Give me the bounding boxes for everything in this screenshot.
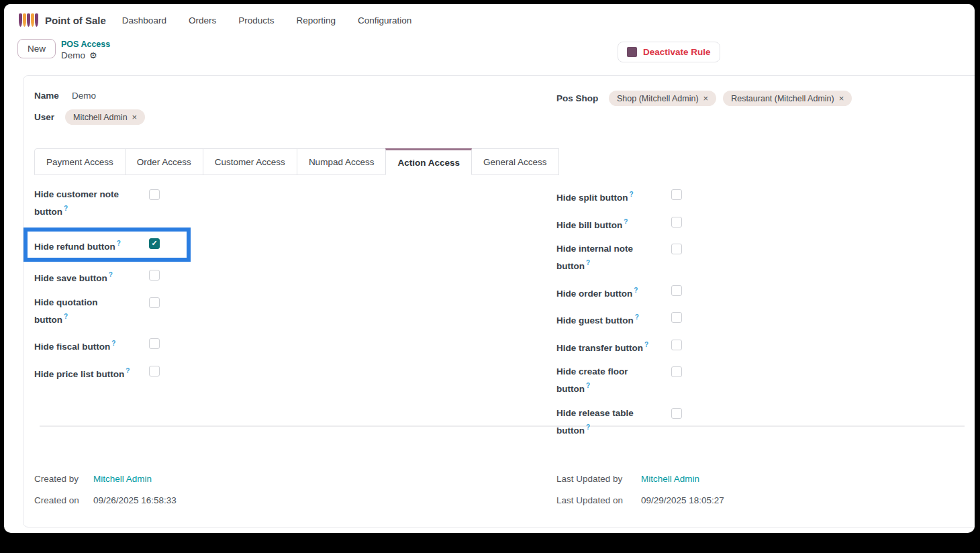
created-by-label: Created by [34, 474, 93, 484]
remove-tag-icon[interactable]: × [839, 93, 844, 103]
pos-shop-tag[interactable]: Restaurant (Mitchell Admin) × [723, 91, 852, 106]
created-by-link[interactable]: Mitchell Admin [93, 474, 152, 484]
user-label: User [34, 112, 65, 122]
option-label[interactable]: Hide guest button? [556, 310, 639, 328]
tab-payment-access[interactable]: Payment Access [34, 148, 126, 175]
deactivate-rule-button[interactable]: Deactivate Rule [618, 42, 720, 62]
logo-stripe [31, 13, 34, 27]
updated-by-row: Last Updated by Mitchell Admin [556, 474, 965, 484]
checkbox-hide-save[interactable]: ✓ [149, 270, 160, 281]
menu-dashboard[interactable]: Dashboard [122, 15, 166, 26]
checkbox-hide-guest[interactable]: ✓ [671, 312, 682, 323]
option-row-hide-quotation: Hide quotation button? ✓ [34, 295, 160, 327]
checkbox-hide-bill[interactable]: ✓ [671, 217, 682, 228]
help-icon[interactable]: ? [126, 367, 130, 374]
option-label[interactable]: Hide split button? [556, 187, 634, 205]
tab-numpad-access[interactable]: Numpad Access [297, 148, 387, 175]
checkbox-hide-transfer[interactable]: ✓ [671, 340, 682, 350]
checkbox-hide-customer-note[interactable]: ✓ [149, 189, 160, 200]
option-text: Hide price list button [34, 368, 124, 379]
checkbox-hide-refund[interactable]: ✓ [149, 238, 160, 249]
help-icon[interactable]: ? [586, 423, 590, 431]
new-button[interactable]: New [17, 39, 56, 58]
pos-shop-tag-label: Shop (Mitchell Admin) [617, 94, 699, 103]
checkbox-hide-split[interactable]: ✓ [671, 189, 682, 200]
checkbox-hide-create-floor[interactable]: ✓ [671, 366, 682, 377]
option-label[interactable]: Hide release table button? [556, 406, 650, 438]
checkbox-hide-fiscal[interactable]: ✓ [149, 338, 160, 349]
option-row-hide-transfer: Hide transfer button? ✓ [556, 338, 682, 355]
help-icon[interactable]: ? [644, 341, 648, 348]
menu-products[interactable]: Products [238, 15, 274, 26]
app-window: Point of Sale Dashboard Orders Products … [4, 4, 975, 533]
option-label[interactable]: Hide internal note button? [556, 242, 650, 273]
checkbox-hide-internal-note[interactable]: ✓ [671, 244, 682, 254]
help-icon[interactable]: ? [629, 191, 633, 198]
option-row-hide-order: Hide order button? ✓ [556, 283, 682, 301]
help-icon[interactable]: ? [117, 240, 121, 247]
option-label[interactable]: Hide quotation button? [34, 295, 128, 327]
option-label[interactable]: Hide transfer button? [556, 338, 648, 355]
name-value[interactable]: Demo [72, 91, 96, 101]
tab-order-access[interactable]: Order Access [125, 148, 203, 175]
remove-tag-icon[interactable]: × [703, 93, 709, 103]
menu-configuration[interactable]: Configuration [358, 15, 411, 26]
help-icon[interactable]: ? [586, 259, 590, 266]
deactivate-rule-label: Deactivate Rule [643, 47, 711, 57]
option-label[interactable]: Hide bill button? [556, 215, 628, 232]
updated-by-link[interactable]: Mitchell Admin [641, 474, 699, 484]
created-on-label: Created on [34, 495, 93, 505]
user-tag[interactable]: Mitchell Admin × [65, 109, 145, 125]
help-icon[interactable]: ? [586, 382, 590, 389]
option-label[interactable]: Hide save button? [34, 268, 113, 285]
option-label[interactable]: Hide fiscal button? [34, 336, 115, 354]
help-icon[interactable]: ? [634, 287, 638, 294]
tab-general-access[interactable]: General Access [471, 148, 559, 175]
menu-orders[interactable]: Orders [189, 15, 216, 26]
help-icon[interactable]: ? [624, 218, 628, 225]
help-icon[interactable]: ? [111, 340, 115, 347]
menu-reporting[interactable]: Reporting [296, 15, 336, 26]
option-label[interactable]: Hide order button? [556, 283, 638, 301]
option-label[interactable]: Hide create floor button? [556, 364, 650, 396]
updated-column: Last Updated by Mitchell Admin Last Upda… [556, 474, 965, 517]
checkbox-hide-release-table[interactable]: ✓ [671, 408, 682, 419]
remove-tag-icon[interactable]: × [132, 112, 138, 122]
option-label[interactable]: Hide refund button? [34, 236, 121, 254]
pos-shop-tag[interactable]: Shop (Mitchell Admin) × [609, 91, 716, 106]
breadcrumb-parent-link[interactable]: POS Access [61, 40, 110, 50]
option-row-hide-create-floor: Hide create floor button? ✓ [556, 364, 682, 396]
option-text: Hide split button [556, 193, 628, 203]
checkbox-hide-quotation[interactable]: ✓ [149, 297, 160, 308]
action-access-panel: Hide customer note button? ✓ Hide refund… [34, 175, 965, 425]
logo-stripe [27, 13, 30, 27]
pos-shop-label: Pos Shop [556, 93, 609, 103]
updated-on-label: Last Updated on [556, 495, 641, 505]
option-row-hide-price-list: Hide price list button? ✓ [34, 364, 160, 381]
tab-action-access[interactable]: Action Access [385, 148, 472, 175]
point-of-sale-app-icon[interactable] [19, 13, 38, 27]
checkbox-hide-order[interactable]: ✓ [671, 285, 682, 296]
option-row-hide-release-table: Hide release table button? ✓ [556, 406, 682, 438]
left-fields: Name Demo User Mitchell Admin × [34, 91, 556, 134]
control-panel: New POS Access Demo ⚙ Deactivate Rule [4, 36, 975, 75]
name-field-row: Name Demo [34, 91, 556, 101]
option-text: Hide internal note button [556, 244, 633, 271]
logo-stripe [23, 13, 26, 27]
help-icon[interactable]: ? [64, 205, 68, 212]
help-icon[interactable]: ? [64, 313, 68, 320]
help-icon[interactable]: ? [635, 313, 639, 321]
record-title: Demo [61, 50, 85, 62]
option-label[interactable]: Hide customer note button? [34, 187, 128, 219]
breadcrumb: POS Access Demo ⚙ [61, 39, 110, 62]
app-title[interactable]: Point of Sale [45, 15, 106, 26]
option-label[interactable]: Hide price list button? [34, 364, 130, 381]
option-row-hide-fiscal: Hide fiscal button? ✓ [34, 336, 160, 354]
help-icon[interactable]: ? [109, 271, 113, 279]
options-left-column: Hide customer note button? ✓ Hide refund… [34, 187, 556, 447]
gear-icon[interactable]: ⚙ [89, 50, 97, 61]
checkbox-hide-price-list[interactable]: ✓ [149, 366, 160, 376]
options-right-column: Hide split button? ✓ Hide bill button? ✓… [556, 187, 965, 447]
tab-customer-access[interactable]: Customer Access [203, 148, 297, 175]
option-text: Hide transfer button [556, 342, 643, 352]
